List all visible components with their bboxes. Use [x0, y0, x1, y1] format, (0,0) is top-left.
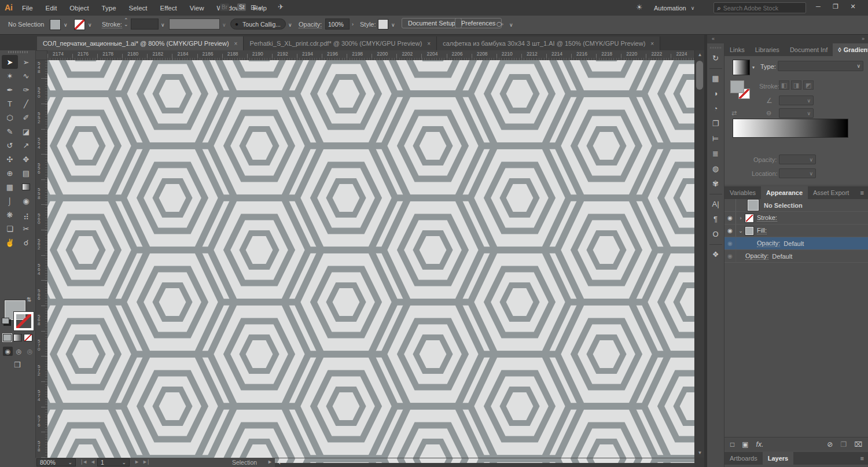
transform-panel-icon[interactable]: ❖ [708, 247, 723, 262]
eyedropper-tool[interactable]: ⌡ [2, 194, 18, 208]
zoom-level-dropdown[interactable]: 800% ⌄ [36, 458, 76, 466]
visibility-eye-icon[interactable]: ◉ [724, 225, 736, 237]
gradient-stroke-option-2-icon[interactable]: ◨ [791, 80, 801, 90]
scroll-left-arrow-icon[interactable]: ‹ [278, 458, 281, 466]
swatches-panel-icon[interactable]: ▦ [708, 71, 723, 86]
gradient-aspect-dropdown[interactable]: ∨ [779, 108, 814, 118]
gradient-fill-proxy[interactable] [730, 80, 744, 93]
panel-menu-icon[interactable]: ≡ [860, 46, 864, 53]
rotate-view-panel-icon[interactable]: ↻ [708, 50, 723, 65]
collapse-dock-icon[interactable]: « [712, 36, 715, 42]
add-effect-icon[interactable]: fx. [756, 440, 764, 448]
brush-definition-dropdown[interactable]: ● Touch Callig... [230, 19, 286, 30]
opacity-label[interactable]: Opacity: [299, 21, 322, 28]
duplicate-item-icon[interactable]: ❐ [840, 440, 847, 448]
character-panel-icon[interactable]: A| [708, 196, 723, 211]
appearance-row[interactable]: ◉Opacity:Default [724, 237, 868, 250]
stroke-weight-field[interactable] [131, 19, 159, 30]
fill-swatch[interactable] [748, 200, 759, 211]
row-expand-chevron-icon[interactable]: › [736, 215, 745, 221]
menu-select[interactable]: Select [129, 5, 148, 12]
tab-document-info[interactable]: Document Inf [785, 43, 833, 56]
width-profile-chevron-icon[interactable]: ∨ [222, 22, 226, 28]
pen-tool[interactable]: ✒ [2, 83, 18, 97]
canvas[interactable] [47, 60, 694, 458]
gradient-tool[interactable] [18, 180, 34, 194]
gradient-preview-swatch[interactable] [733, 60, 750, 75]
gradient-stroke-option-3-icon[interactable]: ◩ [803, 80, 814, 90]
tab-links[interactable]: Links [724, 43, 750, 56]
panel-menu-icon[interactable]: ≡ [860, 189, 864, 196]
search-input[interactable] [723, 5, 796, 12]
width-profile-dropdown[interactable] [169, 19, 220, 30]
tab-appearance[interactable]: Appearance [761, 186, 808, 199]
stop-opacity-dropdown[interactable]: ∨ [779, 155, 816, 164]
status-expand-icon[interactable]: ► [267, 459, 273, 465]
selection-tool[interactable]: ➤ [2, 55, 18, 69]
visibility-eye-icon[interactable] [724, 199, 736, 211]
color-guide-panel-icon[interactable]: ◔ [708, 101, 723, 116]
draw-normal-icon[interactable]: ◉ [3, 347, 13, 356]
screen-mode-icon[interactable]: ❒ [14, 361, 21, 369]
eraser-tool[interactable]: ◪ [18, 124, 34, 138]
close-tab-icon[interactable]: × [650, 41, 654, 47]
document-setup-button[interactable]: Document Setup [402, 18, 462, 28]
document-tab-1[interactable]: СОЛ_перчатки_акционные_1.ai* @ 800% (CMY… [37, 36, 244, 50]
default-fill-stroke-icon[interactable] [2, 318, 9, 324]
shape-builder-tool[interactable]: ⊕ [2, 166, 18, 180]
gradient-slider[interactable] [733, 119, 848, 138]
menu-type[interactable]: Type [102, 5, 116, 12]
rotate-tool[interactable]: ↺ [2, 138, 18, 152]
tab-artboards[interactable]: Artboards [724, 452, 763, 465]
appearance-row[interactable]: ◉⌄Fill: [724, 225, 868, 237]
menu-object[interactable]: Object [69, 5, 89, 12]
vertical-ruler[interactable]: 5 4 85 5 05 5 25 5 45 5 65 5 85 6 05 6 2… [36, 60, 47, 458]
symbols-panel-icon[interactable]: ✾ [708, 176, 723, 191]
add-new-fill-icon[interactable]: ▣ [742, 440, 748, 448]
fill-chevron-icon[interactable]: ∨ [64, 22, 68, 28]
paintbrush-tool[interactable]: ✐ [18, 111, 34, 124]
menu-effect[interactable]: Effect [160, 5, 177, 12]
visibility-eye-icon[interactable]: ◉ [724, 237, 736, 249]
document-tab-2[interactable]: Perhatki_S_XL_print.cdr.pdf* @ 300% (CMY… [244, 36, 437, 50]
stock-icon[interactable]: St [237, 3, 246, 11]
visibility-eye-icon[interactable]: ◉ [724, 250, 736, 262]
width-tool[interactable]: ✣ [2, 152, 18, 166]
preferences-button[interactable]: Preferences [455, 18, 502, 28]
previous-artboard-button[interactable]: ◄ [90, 459, 95, 465]
hand-tool[interactable]: ✌ [2, 236, 18, 249]
close-tab-icon[interactable]: × [234, 41, 238, 47]
symbol-sprayer-tool[interactable]: ❋ [2, 208, 18, 222]
tab-asset-export[interactable]: Asset Export [808, 186, 854, 199]
opacity-field[interactable] [325, 19, 350, 30]
free-transform-tool[interactable]: ✥ [18, 152, 34, 166]
appearance-row[interactable]: ◉›Stroke: [724, 212, 868, 225]
close-button[interactable]: ✕ [845, 0, 861, 13]
tab-layers[interactable]: Layers [763, 452, 793, 465]
tab-libraries[interactable]: Libraries [750, 43, 785, 56]
scroll-up-arrow-icon[interactable]: ▲ [695, 50, 705, 59]
delete-item-trash-icon[interactable]: ⌧ [854, 440, 862, 448]
automation-dropdown[interactable]: Automation∨ [654, 2, 709, 13]
paragraph-panel-icon[interactable]: ¶ [708, 211, 723, 226]
visibility-eye-icon[interactable]: ◉ [724, 212, 736, 224]
gradient-stroke-option-1-icon[interactable]: ◧ [779, 80, 789, 90]
direct-selection-tool[interactable]: ➢ [18, 55, 34, 69]
gradient-type-dropdown[interactable]: ∨ [778, 61, 863, 71]
scale-tool[interactable]: ↗ [18, 138, 34, 152]
opacity-expand-icon[interactable]: › [352, 21, 354, 27]
stroke-color-swatch[interactable] [74, 19, 85, 30]
fill-swatch[interactable] [745, 227, 753, 235]
perspective-grid-tool[interactable]: ▤ [18, 166, 34, 180]
adobe-stock-search[interactable]: ⌕ [713, 2, 806, 13]
blend-tool[interactable]: ◉ [18, 194, 34, 208]
vertical-scrollbar[interactable]: ▲ ▼ [694, 50, 704, 458]
restore-button[interactable]: ❐ [827, 0, 844, 13]
polygon-shape-tool[interactable]: ⬡ [2, 111, 18, 124]
minimize-button[interactable]: ─ [810, 0, 826, 13]
menu-file[interactable]: File [22, 5, 33, 12]
close-tab-icon[interactable]: × [427, 41, 431, 47]
appearance-row[interactable]: No Selection [724, 199, 868, 212]
stroke-weight-label[interactable]: Stroke: [102, 21, 122, 28]
style-swatch[interactable] [378, 19, 388, 30]
